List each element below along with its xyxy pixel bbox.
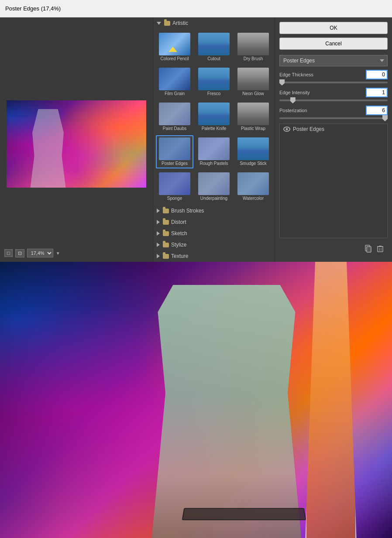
new-effect-button[interactable] [364,244,373,255]
effect-display: Poster Edges [279,123,388,238]
zoom-select[interactable]: 17,4% 25% 50% 100% [27,249,53,257]
edge-thickness-row: Edge Thickness [279,70,388,84]
filter-paint-daubs[interactable]: Paint Daubs [156,100,193,134]
edge-thickness-track[interactable] [279,82,388,83]
posterization-thumb[interactable] [382,115,388,121]
category-stylize[interactable]: Stylize [153,239,275,250]
thumb-cutout-img [198,33,230,55]
filter-dry-brush-label: Dry Brush [244,56,263,62]
thumb-smudge-stick-img [237,137,269,160]
thumb-dry-brush-img [237,33,269,55]
visibility-icon[interactable] [283,127,290,132]
folder-icon-distort [163,220,169,225]
thumb-rough-pastels-img [198,137,230,160]
edge-intensity-input[interactable] [366,88,388,97]
preview-square-btn[interactable]: □ [4,249,13,257]
posterization-row: Posterization [279,106,388,120]
title-text: Poster Edges (17,4%) [5,5,61,12]
category-artistic-label: Artistic [172,20,188,26]
filter-poster-edges-label: Poster Edges [162,161,188,166]
filter-rough-pastels[interactable]: Rough Pastels [195,135,233,168]
posterization-track[interactable] [279,117,388,119]
folder-icon-sketch [163,231,169,236]
laptop-suggestion [182,508,306,520]
filter-watercolor[interactable]: Watercolor [234,170,272,203]
filter-colored-pencil[interactable]: Colored Pencil [156,31,193,64]
category-sketch[interactable]: Sketch [153,228,275,239]
filter-plastic-wrap-label: Plastic Wrap [241,126,265,131]
preview-split-btn[interactable]: ⊡ [15,249,24,257]
filter-fresco[interactable]: Fresco [195,65,233,99]
thumb-plastic-wrap-img [237,103,269,125]
svg-rect-1 [367,247,371,252]
cancel-button[interactable]: Cancel [279,38,388,50]
category-sketch-label: Sketch [171,230,187,236]
filter-underpainting-label: Underpainting [200,196,227,201]
filter-cutout[interactable]: Cutout [195,31,233,64]
thumb-poster-edges-img [159,137,190,160]
category-brush-strokes[interactable]: Brush Strokes [153,205,275,216]
zoom-dropdown-arrow: ▼ [56,251,60,256]
edge-intensity-row: Edge Intensity [279,88,388,102]
category-stylize-label: Stylize [171,242,186,248]
filter-underpainting[interactable]: Underpainting [195,170,233,203]
thumb-fresco-img [198,68,230,90]
filter-paint-daubs-label: Paint Daubs [163,126,186,131]
arrow-right-icon-stylize [157,243,160,247]
category-texture[interactable]: Texture [153,250,275,262]
thumb-film-grain-img [159,68,190,90]
effect-display-header: Poster Edges [280,124,387,134]
category-distort[interactable]: Distort [153,216,275,228]
thumb-paint-daubs-img [159,103,190,125]
effect-dropdown[interactable]: Poster Edges Colored Pencil Cutout Dry B… [279,55,388,66]
preview-controls: □ ⊡ 17,4% 25% 50% 100% ▼ [4,249,60,257]
person-silhouette [150,285,303,538]
folder-icon-artistic [164,21,170,26]
filter-palette-knife[interactable]: Palette Knife [195,100,233,134]
filter-sponge[interactable]: Sponge [156,170,193,203]
filter-smudge-stick[interactable]: Smudge Stick [234,135,272,168]
filter-cutout-label: Cutout [207,56,220,62]
edge-thickness-label: Edge Thickness [279,72,313,77]
edge-intensity-header: Edge Intensity [279,88,388,97]
filter-colored-pencil-label: Colored Pencil [160,56,189,62]
artistic-filter-grid: Colored Pencil Cutout Dry Brush Film Gra… [153,29,275,205]
edge-intensity-track[interactable] [279,99,388,101]
filter-rough-pastels-label: Rough Pastels [199,161,228,166]
filter-neon-glow-label: Neon Glow [242,91,264,96]
category-distort-label: Distort [171,219,186,225]
title-bar: Poster Edges (17,4%) [0,0,392,17]
svg-rect-2 [378,247,383,252]
arrow-right-icon-brush [157,209,160,213]
filter-sponge-label: Sponge [167,196,182,201]
thumb-colored-pencil-img [159,33,190,55]
edge-intensity-thumb[interactable] [290,97,296,103]
ok-button[interactable]: OK [279,22,388,34]
filter-gallery: □ ⊡ 17,4% 25% 50% 100% ▼ Artistic [0,17,392,262]
thumb-watercolor-img [237,172,269,195]
filter-film-grain[interactable]: Film Grain [156,65,193,99]
preview-panel: □ ⊡ 17,4% 25% 50% 100% ▼ [0,17,153,262]
neon-background [7,100,146,188]
arrow-down-icon [157,22,161,25]
posterization-input[interactable] [366,106,388,115]
thumb-palette-knife-img [198,103,230,125]
filter-plastic-wrap[interactable]: Plastic Wrap [234,100,272,134]
thumb-underpainting-img [198,172,230,195]
posterization-header: Posterization [279,106,388,115]
filter-neon-glow[interactable]: Neon Glow [234,65,272,99]
category-artistic[interactable]: Artistic [153,17,275,29]
delete-effect-button[interactable] [376,244,384,255]
filter-fresco-label: Fresco [207,91,221,96]
folder-icon-brush [163,209,169,213]
filter-poster-edges[interactable]: Poster Edges [156,135,193,168]
thumb-sponge-img [159,172,190,195]
filter-dry-brush[interactable]: Dry Brush [234,31,272,64]
edge-thickness-input[interactable] [366,70,388,79]
folder-icon-stylize [163,243,169,247]
folder-icon-texture [163,254,169,259]
arrow-right-icon-distort [157,220,160,224]
edge-thickness-thumb[interactable] [279,79,285,86]
filter-watercolor-label: Watercolor [243,196,264,201]
filter-list-panel[interactable]: Artistic Colored Pencil Cutout Dry Brush [153,17,275,262]
